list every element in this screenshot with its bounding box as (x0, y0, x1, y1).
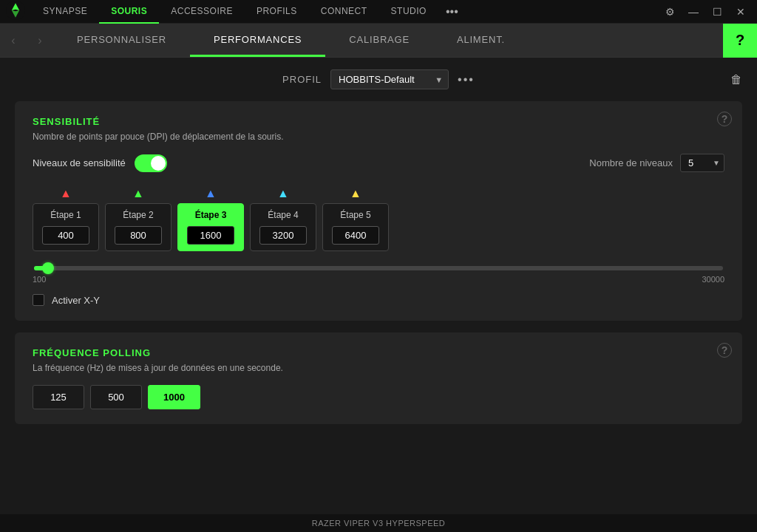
stage-5-indicator: ▲ (350, 187, 361, 200)
xy-label: Activer X-Y (52, 295, 100, 306)
sensitivity-title: SENSIBILITÉ (33, 116, 724, 127)
stage-3: ▲ Étape 3 (177, 187, 244, 251)
toggle-knob (151, 156, 166, 171)
stage-2-indicator: ▲ (132, 187, 144, 200)
profile-delete-button[interactable]: 🗑 (730, 73, 742, 86)
nav-profils[interactable]: PROFILS (245, 0, 309, 24)
stage-2-input[interactable] (115, 226, 162, 245)
polling-description: La fréquence (Hz) de mises à jour de don… (33, 363, 724, 373)
xy-checkbox[interactable] (33, 294, 44, 306)
sensitivity-toggle-group: Niveaux de sensibilité (33, 154, 167, 172)
subnav: ‹ › PERSONNALISER PERFORMANCES CALIBRAGE… (0, 24, 757, 58)
stage-1-label: Étape 1 (41, 210, 91, 220)
stage-1-input[interactable] (42, 226, 89, 245)
sensitivity-description: Nombre de points par pouce (DPI) de dépl… (33, 132, 724, 142)
window-controls: ⚙ — ☐ ✕ (659, 1, 751, 22)
titlebar-nav: SYNAPSE SOURIS ACCESSOIRE PROFILS CONNEC… (31, 0, 659, 24)
nav-studio[interactable]: STUDIO (379, 0, 438, 24)
tab-personnaliser[interactable]: PERSONNALISER (53, 24, 190, 57)
polling-125-button[interactable]: 125 (33, 385, 84, 409)
profile-label: PROFIL (282, 74, 322, 85)
main-content: PROFIL HOBBITS-Default ▼ ••• 🗑 ? SENSIBI… (0, 58, 757, 514)
maximize-button[interactable]: ☐ (707, 1, 727, 22)
stage-2: ▲ Étape 2 (105, 187, 172, 251)
stage-4-input[interactable] (259, 226, 307, 245)
stage-3-input[interactable] (187, 226, 234, 245)
stage-1: ▲ Étape 1 (33, 187, 99, 251)
sensitivity-card: ? SENSIBILITÉ Nombre de points par pouce… (15, 101, 742, 321)
tab-aliment[interactable]: ALIMENT. (433, 24, 529, 57)
subnav-forward-arrow[interactable]: › (27, 24, 53, 58)
xy-checkbox-row: Activer X-Y (33, 294, 724, 306)
subnav-tabs: PERSONNALISER PERFORMANCES CALIBRAGE ALI… (53, 24, 723, 57)
num-levels-label: Nombre de niveaux (589, 157, 673, 168)
nav-connect[interactable]: CONNECT (309, 0, 379, 24)
polling-500-button[interactable]: 500 (90, 385, 142, 409)
stage-5: ▲ Étape 5 (322, 187, 389, 251)
dpi-slider-labels: 100 30000 (33, 275, 724, 284)
stage-1-box: Étape 1 (33, 203, 99, 251)
stage-4-indicator: ▲ (277, 187, 289, 200)
polling-1000-button[interactable]: 1000 (148, 385, 200, 409)
nav-souris[interactable]: SOURIS (99, 0, 159, 24)
polling-card: ? FRÉQUENCE POLLING La fréquence (Hz) de… (15, 332, 742, 424)
nav-synapse[interactable]: SYNAPSE (31, 0, 99, 24)
tab-calibrage[interactable]: CALIBRAGE (325, 24, 433, 57)
profile-select-wrapper: HOBBITS-Default ▼ (330, 69, 449, 89)
stage-3-label: Étape 3 (186, 210, 236, 220)
dpi-slider-track (34, 266, 723, 270)
stage-2-box: Étape 2 (105, 203, 172, 251)
minimize-button[interactable]: — (683, 1, 704, 22)
polling-help-button[interactable]: ? (717, 343, 732, 358)
levels-select-wrapper: 1 2 3 4 5 ▼ (680, 154, 724, 172)
tab-performances[interactable]: PERFORMANCES (190, 24, 325, 57)
stage-4-label: Étape 4 (258, 210, 308, 220)
stage-2-label: Étape 2 (113, 210, 163, 220)
num-levels-group: Nombre de niveaux 1 2 3 4 5 ▼ (589, 154, 724, 172)
stage-5-input[interactable] (332, 226, 379, 245)
polling-title: FRÉQUENCE POLLING (33, 347, 724, 358)
stage-3-box[interactable]: Étape 3 (177, 203, 244, 251)
num-levels-select[interactable]: 1 2 3 4 5 (680, 154, 724, 172)
nav-more[interactable]: ••• (438, 5, 466, 18)
sensitivity-help-button[interactable]: ? (717, 112, 732, 126)
nav-accessoire[interactable]: ACCESSOIRE (159, 0, 245, 24)
dpi-slider-min-label: 100 (33, 275, 46, 284)
sensitivity-controls-row: Niveaux de sensibilité Nombre de niveaux… (33, 154, 724, 172)
titlebar: SYNAPSE SOURIS ACCESSOIRE PROFILS CONNEC… (0, 0, 757, 24)
stage-5-label: Étape 5 (330, 210, 381, 220)
subnav-back-arrow[interactable]: ‹ (0, 24, 27, 58)
dpi-slider-max-label: 30000 (702, 275, 724, 284)
settings-button[interactable]: ⚙ (659, 1, 680, 22)
sensitivity-toggle[interactable] (135, 154, 167, 172)
profile-select[interactable]: HOBBITS-Default (330, 69, 449, 89)
statusbar: RAZER VIPER V3 HYPERSPEED (0, 514, 757, 532)
dpi-stages: ▲ Étape 1 ▲ Étape 2 ▲ Étape 3 (33, 187, 724, 251)
close-button[interactable]: ✕ (730, 1, 751, 22)
app-logo (6, 1, 25, 23)
dpi-slider-container: 100 30000 (33, 266, 724, 284)
profile-bar: PROFIL HOBBITS-Default ▼ ••• 🗑 (15, 69, 742, 89)
stage-4-box: Étape 4 (250, 203, 316, 251)
sensitivity-levels-label: Niveaux de sensibilité (33, 157, 126, 168)
profile-more-button[interactable]: ••• (458, 73, 475, 86)
polling-buttons: 125 500 1000 (33, 385, 724, 409)
stage-4: ▲ Étape 4 (250, 187, 316, 251)
statusbar-text: RAZER VIPER V3 HYPERSPEED (312, 519, 446, 528)
stage-1-indicator: ▲ (60, 187, 72, 200)
help-button[interactable]: ? (723, 24, 757, 58)
stage-5-box: Étape 5 (322, 203, 389, 251)
stage-3-indicator: ▲ (205, 187, 217, 200)
